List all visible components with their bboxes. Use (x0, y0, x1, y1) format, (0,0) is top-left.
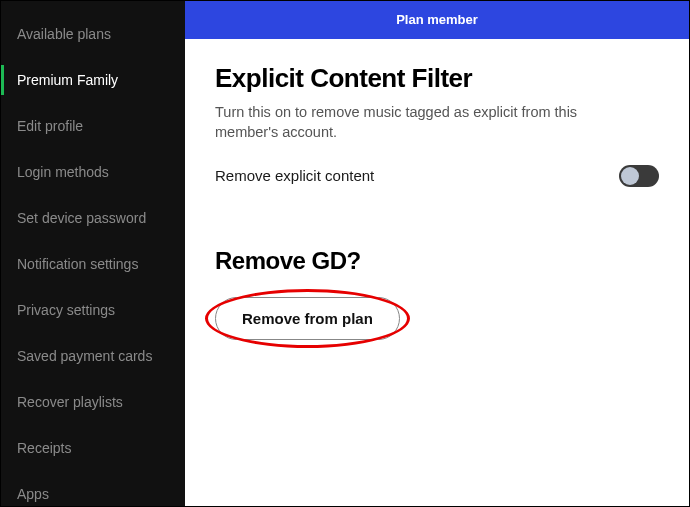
remove-button-wrap: Remove from plan (215, 297, 400, 340)
banner: Plan member (185, 1, 689, 39)
sidebar-item-privacy-settings[interactable]: Privacy settings (1, 287, 185, 333)
sidebar-item-available-plans[interactable]: Available plans (1, 11, 185, 57)
sidebar-item-edit-profile[interactable]: Edit profile (1, 103, 185, 149)
sidebar-item-receipts[interactable]: Receipts (1, 425, 185, 471)
main-panel: Plan member Explicit Content Filter Turn… (185, 1, 689, 506)
sidebar-item-login-methods[interactable]: Login methods (1, 149, 185, 195)
app-window: Available plans Premium Family Edit prof… (0, 0, 690, 507)
remove-from-plan-button[interactable]: Remove from plan (215, 297, 400, 340)
content: Explicit Content Filter Turn this on to … (185, 39, 689, 506)
explicit-toggle-row: Remove explicit content (215, 165, 659, 187)
banner-title: Plan member (396, 12, 478, 27)
sidebar-item-saved-payment-cards[interactable]: Saved payment cards (1, 333, 185, 379)
remove-member-heading: Remove GD? (215, 247, 659, 275)
sidebar: Available plans Premium Family Edit prof… (1, 1, 185, 506)
explicit-filter-description: Turn this on to remove music tagged as e… (215, 102, 635, 143)
sidebar-item-notification-settings[interactable]: Notification settings (1, 241, 185, 287)
sidebar-item-apps[interactable]: Apps (1, 471, 185, 507)
sidebar-item-set-device-password[interactable]: Set device password (1, 195, 185, 241)
toggle-knob (621, 167, 639, 185)
explicit-filter-heading: Explicit Content Filter (215, 63, 659, 94)
explicit-toggle-label: Remove explicit content (215, 167, 374, 184)
sidebar-item-recover-playlists[interactable]: Recover playlists (1, 379, 185, 425)
sidebar-item-premium-family[interactable]: Premium Family (1, 57, 185, 103)
explicit-toggle[interactable] (619, 165, 659, 187)
